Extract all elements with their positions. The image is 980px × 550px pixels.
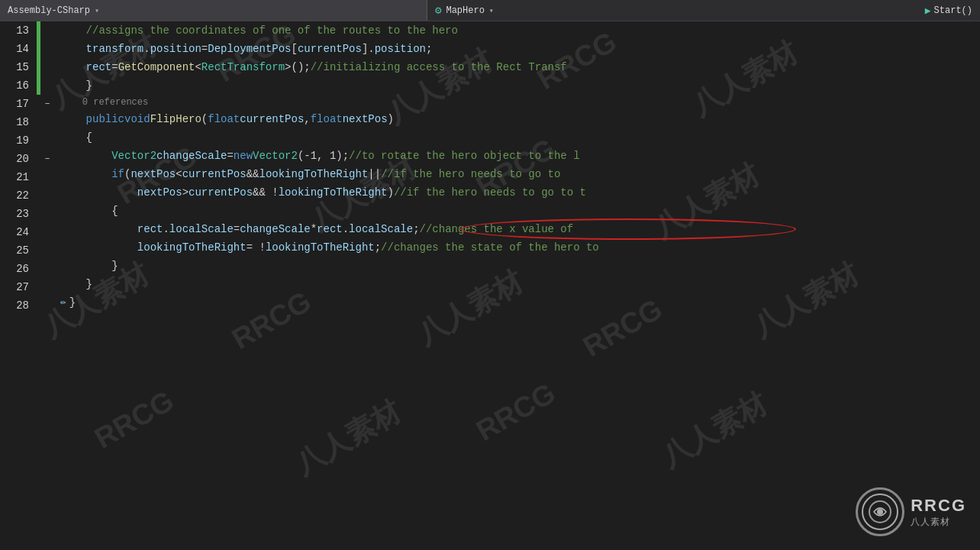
rrcg-logo: RRCG 八人素材 [856,487,966,536]
line-num-17: 17 [0,95,37,113]
line20-lt: < [176,165,182,183]
line23-indent [60,220,137,238]
line23-semi: ; [413,220,419,238]
line23-changescale: changeScale [240,220,310,238]
collapse-28 [40,296,54,315]
line24-eq: = ! [247,238,266,257]
collapse-20[interactable]: − [40,150,54,168]
line14-semi: ; [426,40,432,58]
line17-void: void [124,110,150,128]
line23-eq: = [234,220,240,238]
line19-comment: //to rotate the hero object to the l [349,147,579,165]
line28-empty [60,312,66,330]
line23-rect2: rect [317,220,343,238]
line14-deploymentpos: DeploymentPos [208,40,291,58]
collapse-24 [40,223,54,241]
line26-brace: } [60,275,92,293]
line13-comment: //assigns the coordinates of one of the … [60,21,458,40]
line20-or: || [368,165,381,183]
svg-point-1 [877,509,883,515]
collapse-26 [40,260,54,278]
line17-indent [60,110,86,128]
assembly-dropdown-arrow[interactable]: ▾ [95,6,99,15]
top-bar: Assembly-CSharp ▾ ⚙ MapHero ▾ ▶ Start() [0,0,980,21]
line20-nextpos: nextPos [131,165,176,183]
start-button[interactable]: ▶ Start() [925,5,972,17]
collapse-15 [40,58,54,76]
collapse-25 [40,241,54,260]
line20-amp: && [247,165,260,183]
line21-currentpos: currentPos [189,183,253,202]
collapse-19 [40,131,54,150]
line23-dot2: . [343,220,349,238]
line21-nextpos: nextPos [137,183,182,202]
code-line-18: { [60,128,980,147]
line15-comment: //initializing access to the Rect Transf [311,58,567,76]
maphero-selector[interactable]: ⚙ MapHero ▾ ▶ Start() [427,0,980,21]
rrcg-logo-svg [866,498,894,526]
line24-indent [60,238,137,257]
line-num-28: 28 [0,296,37,315]
line-num-24: 24 [0,223,37,241]
line23-localscale: localScale [169,220,234,238]
collapse-16 [40,76,54,95]
code-line-24: lookingToTheRight = ! lookingToTheRight … [60,238,980,257]
code-line-19: Vector2 changeScale = new Vector2 (-1, 1… [60,147,980,165]
line-num-27: 27 [0,278,37,296]
line20-lookingright: lookingToTheRight [259,165,368,183]
collapse-27 [40,278,54,296]
rrcg-inner-circle [862,493,898,530]
line14-position: position [150,40,201,58]
line14-currentpos: currentPos [298,40,362,58]
rrcg-text-block: RRCG 八人素材 [911,496,966,529]
code-content: //assigns the coordinates of one of the … [54,21,980,550]
code-line-16: } [60,76,980,95]
line23-dot: . [163,220,169,238]
line21-paren2: ) [388,183,394,202]
collapse-column: − − [40,21,54,550]
line17-nextpos: nextPos [343,110,388,128]
line21-indent [60,183,137,202]
edit-pen-icon: ✏ [60,293,66,312]
code-line-28 [60,312,980,330]
code-line-25: } [60,257,980,275]
line20-paren1: ( [124,165,131,183]
line19-vector2b: Vector2 [253,147,298,165]
maphero-icon: ⚙ [435,4,441,17]
line14-eq: = [201,40,208,58]
code-line-14: transform . position = DeploymentPos [ c… [60,40,980,58]
line17-paren1: ( [201,110,208,128]
line21-gt: > [182,183,189,202]
code-line-23: rect . localScale = changeScale * rect .… [60,220,980,238]
maphero-dropdown-arrow[interactable]: ▾ [489,6,494,15]
line20-comment: //if the hero needs to go to [381,165,560,183]
line19-eq: = [227,147,233,165]
line23-star: * [311,220,317,238]
line21-lookingrightb: lookingToTheRight [279,183,388,202]
maphero-label: MapHero [446,5,484,16]
line15-gt: >(); [285,58,311,76]
code-editor: 八人素材 RRCG 八人素材 RRCG 八人素材 RRCG 八人素材 RRCG … [0,21,980,550]
line-num-21: 21 [0,168,37,186]
collapse-22 [40,186,54,205]
code-line-26: } [60,275,980,293]
rrcg-subtitle: 八人素材 [911,516,966,529]
line-num-20: 20 [0,150,37,168]
line-num-26: 26 [0,260,37,278]
line-num-15: 15 [0,58,37,76]
line14-position2: position [375,40,426,58]
rrcg-title: RRCG [911,496,966,516]
collapse-14 [40,40,54,58]
line-num-18: 18 [0,113,37,131]
line16-brace: } [60,76,92,95]
line24-looking: lookingToTheRight [137,238,247,257]
code-line-20: if ( nextPos < currentPos && lookingToTh… [60,165,980,183]
line15-eq: = [111,58,118,76]
assembly-selector[interactable]: Assembly-CSharp ▾ [0,0,427,21]
code-line-21: nextPos > currentPos && ! lookingToTheRi… [60,183,980,202]
line-num-16: 16 [0,76,37,95]
line24-comment: //changes the state of the hero to [381,238,599,257]
collapse-17[interactable]: − [40,95,54,113]
references-text: 0 references [60,93,148,112]
line18-brace: { [60,128,92,147]
